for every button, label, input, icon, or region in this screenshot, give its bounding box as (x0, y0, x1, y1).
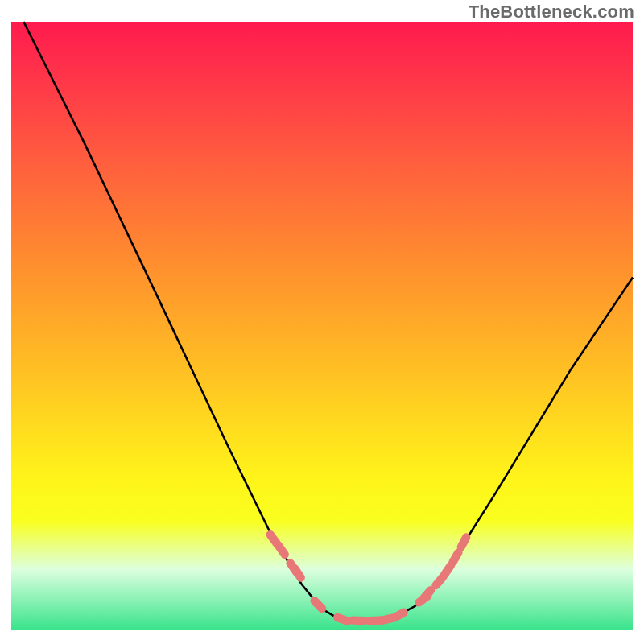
bottleneck-curve-line (23, 22, 633, 621)
sample-point (389, 607, 410, 624)
chart-svg (11, 22, 633, 630)
watermark-text: TheBottleneck.com (469, 2, 634, 23)
chart-frame (11, 22, 633, 630)
sample-point (456, 531, 472, 552)
sample-point (289, 563, 307, 584)
sample-points-group (264, 529, 472, 627)
sample-point (273, 539, 291, 560)
